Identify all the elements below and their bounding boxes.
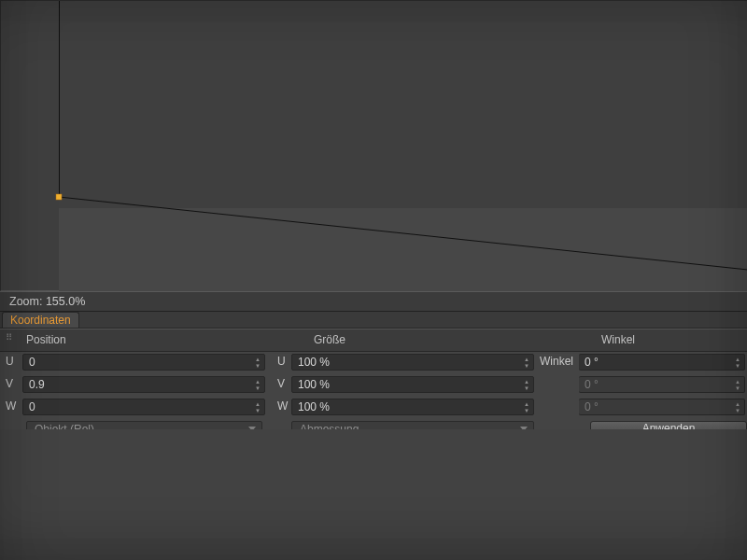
angle-label: Winkel [540, 355, 553, 368]
position-u-value: 0 [29, 356, 35, 369]
size-v-value: 100 % [298, 378, 330, 391]
header-size: Größe [314, 329, 345, 351]
spinner-icon[interactable] [253, 356, 262, 370]
axis-label-position-w: W [6, 399, 19, 413]
zoom-label: Zoom: 155.0% [9, 295, 85, 308]
spinner-icon[interactable] [522, 400, 531, 414]
tab-coordinates-label: Koordinaten [10, 314, 71, 327]
row-w: W 0 W 100 % 0 ° [0, 397, 747, 419]
tab-coordinates[interactable]: Koordinaten [2, 312, 79, 328]
axis-label-size-w: W [277, 399, 290, 413]
tab-row: Koordinaten [0, 312, 747, 329]
section-header: ⠿ Position Größe Winkel [0, 329, 747, 352]
value-rows: U 0 U 100 % Winkel 0 ° V 0.9 V [0, 352, 747, 419]
angle-u-value: 0 ° [585, 356, 599, 369]
header-position: Position [26, 329, 66, 351]
axis-label-position-u: U [6, 355, 19, 368]
axis-label-size-v: V [277, 377, 290, 390]
angle-u-input[interactable]: 0 ° [579, 354, 745, 371]
spinner-icon[interactable] [733, 356, 742, 370]
spinner-icon [733, 400, 742, 414]
size-w-value: 100 % [298, 400, 330, 413]
row-u: U 0 U 100 % Winkel 0 ° [0, 352, 747, 374]
position-v-value: 0.9 [29, 378, 45, 391]
size-u-input[interactable]: 100 % [291, 354, 534, 371]
spinner-icon [733, 378, 742, 392]
size-w-input[interactable]: 100 % [291, 399, 534, 415]
row-v: V 0.9 V 100 % 0 ° [0, 374, 747, 397]
angle-w-value: 0 ° [585, 400, 599, 413]
size-u-value: 100 % [298, 356, 330, 369]
angle-v-input: 0 ° [579, 376, 745, 393]
empty-lower-region [0, 429, 747, 560]
position-v-input[interactable]: 0.9 [22, 376, 265, 393]
position-u-input[interactable]: 0 [22, 354, 265, 371]
axis-label-size-u: U [277, 355, 290, 368]
angle-w-input: 0 ° [579, 399, 745, 415]
viewport-svg [1, 1, 747, 292]
spinner-icon[interactable] [253, 400, 262, 414]
zoom-status-bar: Zoom: 155.0% [0, 291, 747, 312]
bg-face [59, 208, 747, 292]
spinner-icon[interactable] [253, 378, 262, 392]
spinner-icon[interactable] [522, 378, 531, 392]
selected-vertex[interactable] [56, 194, 62, 200]
size-v-input[interactable]: 100 % [291, 376, 534, 393]
axis-label-position-v: V [6, 377, 19, 390]
position-w-value: 0 [29, 400, 35, 413]
header-angle: Winkel [601, 329, 635, 351]
uv-viewport[interactable] [0, 0, 747, 291]
drag-handle-icon[interactable]: ⠿ [6, 335, 16, 345]
angle-v-value: 0 ° [585, 378, 599, 391]
position-w-input[interactable]: 0 [22, 399, 265, 415]
spinner-icon[interactable] [522, 356, 531, 370]
